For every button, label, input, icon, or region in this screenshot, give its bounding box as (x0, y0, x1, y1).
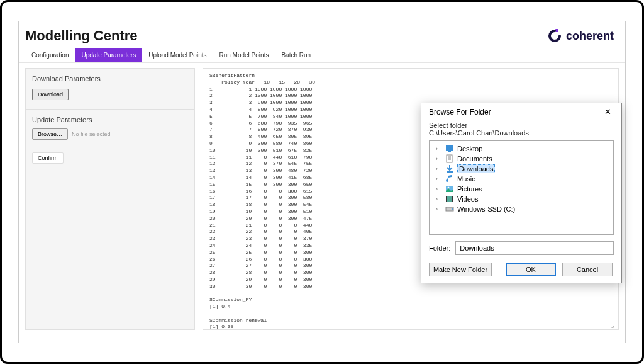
close-icon[interactable]: ✕ (599, 107, 616, 117)
chevron-right-icon[interactable]: › (436, 156, 442, 162)
pictures-icon (445, 185, 455, 193)
tree-item-label: Pictures (457, 185, 482, 193)
current-path: C:\Users\Carol Chan\Downloads (429, 129, 614, 137)
desktop-icon (445, 144, 455, 153)
download-params-title: Download Parameters (32, 75, 188, 82)
tree-item-label: Desktop (457, 145, 482, 152)
coherent-logo-icon (547, 28, 562, 43)
left-panel: Download Parameters Download Update Para… (25, 68, 195, 330)
chevron-right-icon[interactable]: › (436, 196, 442, 202)
file-status: No file selected (72, 131, 111, 137)
downloads-icon (445, 164, 455, 173)
music-icon (445, 174, 455, 183)
tree-item-videos[interactable]: › Videos (430, 194, 613, 204)
chevron-right-icon[interactable]: › (436, 186, 442, 192)
drive-icon (445, 205, 455, 213)
folder-input[interactable] (455, 241, 614, 255)
tree-item-label: Downloads (457, 164, 495, 173)
resize-handle-icon[interactable]: ⌟ (611, 322, 617, 328)
dialog-buttons: Make New Folder OK Cancel (429, 263, 614, 276)
tree-item-label: Videos (457, 195, 478, 203)
browse-folder-dialog: Browse For Folder ✕ Select folder C:\Use… (421, 103, 622, 283)
dialog-title: Browse For Folder (429, 108, 491, 117)
browse-button[interactable]: Browse… (32, 128, 68, 140)
tree-item-label: Documents (457, 155, 492, 162)
documents-icon (445, 154, 455, 163)
header: Modelling Centre coherent (19, 21, 625, 48)
tree-item-music[interactable]: › Music (430, 174, 613, 184)
dialog-body: Select folder C:\Users\Carol Chan\Downlo… (421, 119, 621, 283)
folder-input-row: Folder: (429, 241, 614, 255)
divider (26, 109, 194, 110)
tree-item-documents[interactable]: › Documents (430, 154, 613, 164)
tabs: Configuration Update Parameters Upload M… (19, 48, 625, 63)
ok-button[interactable]: OK (506, 263, 556, 276)
folder-label: Folder: (429, 244, 450, 252)
select-folder-label: Select folder (429, 122, 614, 129)
download-button[interactable]: Download (32, 89, 69, 100)
output-text: $BenefitPattern Policy Year 10 15 20 30 … (209, 72, 315, 330)
chevron-right-icon[interactable]: › (436, 166, 442, 172)
update-params-title: Update Parameters (32, 116, 188, 123)
videos-icon (445, 195, 455, 203)
tab-run-model-points[interactable]: Run Model Points (213, 48, 275, 62)
chevron-right-icon[interactable]: › (436, 176, 442, 182)
tab-configuration[interactable]: Configuration (25, 48, 75, 62)
tree-item-label: Music (457, 175, 475, 183)
cancel-button[interactable]: Cancel (562, 263, 613, 276)
tab-update-parameters[interactable]: Update Parameters (75, 48, 142, 62)
brand-logo: coherent (547, 28, 614, 43)
svg-rect-12 (452, 196, 453, 202)
svg-rect-3 (447, 155, 452, 162)
tree-item-drive-c[interactable]: › Windows-SSD (C:) (430, 204, 613, 214)
svg-rect-11 (446, 196, 447, 202)
svg-rect-2 (448, 151, 451, 152)
make-new-folder-button[interactable]: Make New Folder (429, 263, 492, 276)
page-title: Modelling Centre (25, 28, 137, 44)
tab-upload-model-points[interactable]: Upload Model Points (142, 48, 213, 62)
folder-tree[interactable]: › Desktop › Documents › Downloads › Musi… (429, 140, 614, 235)
tree-item-label: Windows-SSD (C:) (457, 205, 515, 213)
chevron-right-icon[interactable]: › (436, 206, 442, 212)
confirm-button[interactable]: Confirm (32, 152, 64, 164)
svg-point-14 (452, 208, 453, 210)
tree-item-pictures[interactable]: › Pictures (430, 184, 613, 194)
chevron-right-icon[interactable]: › (436, 145, 442, 152)
tree-item-downloads[interactable]: › Downloads (430, 164, 613, 174)
tab-batch-run[interactable]: Batch Run (275, 48, 317, 62)
svg-rect-1 (446, 145, 453, 151)
brand-name: coherent (566, 30, 614, 43)
file-picker-row: Browse… No file selected (32, 128, 188, 140)
tree-item-desktop[interactable]: › Desktop (430, 144, 613, 154)
dialog-titlebar: Browse For Folder ✕ (421, 103, 621, 119)
